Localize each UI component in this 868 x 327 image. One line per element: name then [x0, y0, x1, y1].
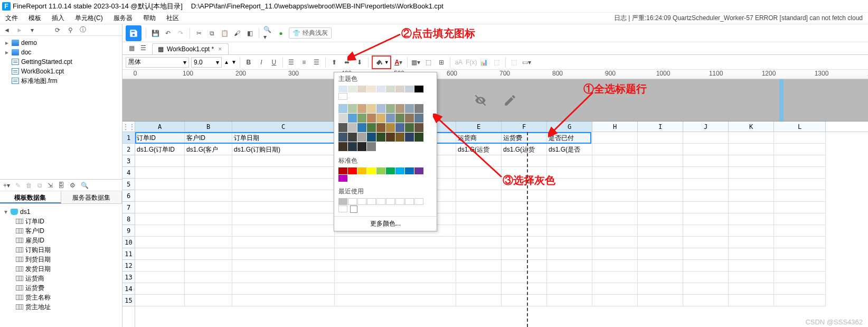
color-swatch[interactable]	[348, 142, 357, 151]
cell[interactable]	[547, 155, 592, 167]
cell[interactable]	[456, 179, 502, 190]
cell[interactable]	[774, 213, 826, 225]
font-select[interactable]: 黑体▾	[126, 57, 189, 68]
cell[interactable]	[232, 283, 335, 295]
cell[interactable]	[729, 155, 774, 167]
eye-off-icon[interactable]	[474, 94, 487, 107]
cell[interactable]	[547, 213, 592, 225]
cell[interactable]	[456, 260, 502, 272]
color-swatch[interactable]	[357, 142, 366, 151]
size-select[interactable]: 9.0▾	[191, 57, 222, 68]
cell[interactable]	[638, 283, 683, 295]
cell[interactable]	[456, 213, 502, 225]
cell[interactable]	[547, 167, 592, 179]
cell[interactable]	[638, 248, 683, 260]
cell[interactable]	[135, 190, 185, 202]
preview-icon[interactable]: 🔍▾	[263, 29, 273, 38]
widget-icon[interactable]: ⬚	[492, 57, 502, 68]
color-swatch[interactable]	[376, 123, 385, 132]
color-swatch[interactable]	[395, 198, 404, 205]
color-swatch[interactable]	[395, 167, 404, 174]
color-swatch[interactable]	[367, 167, 376, 174]
cell[interactable]	[592, 283, 638, 295]
row-headers[interactable]: 123456789101112131415	[122, 132, 135, 327]
cell[interactable]	[185, 260, 232, 272]
color-swatch[interactable]	[338, 86, 347, 92]
cell[interactable]	[135, 225, 185, 237]
cell[interactable]: 运货商	[456, 132, 502, 144]
cell[interactable]	[335, 283, 456, 295]
chart-icon[interactable]: 📊	[479, 57, 489, 68]
cell[interactable]	[729, 272, 774, 283]
cell[interactable]	[502, 155, 547, 167]
cell[interactable]	[774, 272, 826, 283]
cell[interactable]	[547, 283, 592, 295]
color-swatch[interactable]	[386, 114, 395, 123]
italic-icon[interactable]: I	[256, 57, 267, 68]
underline-icon[interactable]: U	[269, 57, 279, 68]
cell[interactable]	[729, 144, 774, 155]
color-swatch[interactable]	[376, 104, 385, 113]
sheet-nav-icon[interactable]: ▦	[127, 43, 136, 53]
cell[interactable]	[774, 144, 826, 155]
cell[interactable]	[185, 190, 232, 202]
cell[interactable]	[547, 190, 592, 202]
cell[interactable]	[683, 283, 729, 295]
cell[interactable]	[135, 202, 185, 213]
new-file-icon[interactable]: ▾	[29, 26, 36, 34]
fill-color-icon[interactable]	[374, 57, 384, 68]
cell[interactable]	[683, 144, 729, 155]
col-header-L[interactable]: L	[774, 122, 826, 132]
color-swatch[interactable]	[348, 114, 357, 123]
cell[interactable]	[592, 225, 638, 237]
ds-col[interactable]: 货主名称	[25, 293, 51, 302]
color-swatch[interactable]	[348, 123, 357, 132]
cell[interactable]	[729, 213, 774, 225]
tab-template-ds[interactable]: 模板数据集	[0, 191, 61, 203]
cell[interactable]	[456, 295, 502, 306]
cell[interactable]	[502, 167, 547, 179]
cell[interactable]	[135, 213, 185, 225]
align-center-icon[interactable]: ≡	[299, 57, 309, 68]
cell[interactable]	[135, 237, 185, 248]
cell-prop-icon[interactable]: ▭▾	[522, 57, 532, 68]
paste-icon[interactable]: 📋	[220, 29, 229, 38]
cell[interactable]	[502, 295, 547, 306]
cell[interactable]	[638, 237, 683, 248]
cell[interactable]	[592, 179, 638, 190]
grid[interactable]: 订单ID客户ID订单日期运货商运货费是否已付ds1.G(订单IDds1.G(客户…	[135, 132, 868, 327]
ds-col[interactable]: 到货日期	[25, 255, 51, 264]
cell[interactable]	[185, 272, 232, 283]
col-header-K[interactable]: K	[729, 122, 774, 132]
cell[interactable]	[547, 179, 592, 190]
color-swatch[interactable]	[395, 114, 404, 123]
cell[interactable]	[232, 225, 335, 237]
color-swatch[interactable]	[376, 167, 385, 174]
color-swatch[interactable]	[405, 133, 414, 142]
locate-icon[interactable]: ⚲	[67, 26, 74, 34]
color-swatch[interactable]	[386, 123, 395, 132]
menu-help[interactable]: 帮助	[143, 14, 156, 23]
cell[interactable]	[774, 248, 826, 260]
doc-tab[interactable]: ▦ WorkBook1.cpt * ×	[152, 43, 229, 54]
cell[interactable]	[547, 260, 592, 272]
cell[interactable]	[729, 248, 774, 260]
cell[interactable]	[232, 295, 335, 306]
color-swatch[interactable]	[348, 133, 357, 142]
eyedropper-icon[interactable]	[350, 205, 357, 213]
menu-server[interactable]: 服务器	[114, 14, 133, 23]
tab-server-ds[interactable]: 服务器数据集	[61, 191, 122, 203]
cell[interactable]	[232, 202, 335, 213]
export-icon[interactable]: ⇲	[48, 182, 53, 189]
align-right-icon[interactable]: ☰	[312, 57, 322, 68]
cell[interactable]	[185, 167, 232, 179]
color-swatch[interactable]	[338, 133, 347, 142]
cell[interactable]	[638, 213, 683, 225]
color-swatch[interactable]	[338, 123, 347, 132]
cell[interactable]	[729, 260, 774, 272]
add-icon[interactable]: +▾	[3, 182, 10, 189]
cell[interactable]	[502, 248, 547, 260]
row-header[interactable]: 1	[122, 132, 135, 144]
cell[interactable]	[683, 202, 729, 213]
cell[interactable]	[683, 190, 729, 202]
